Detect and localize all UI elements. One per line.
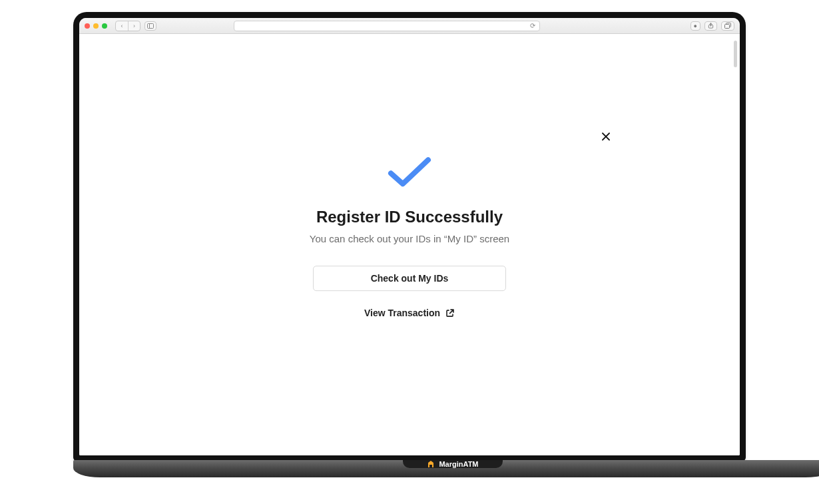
view-transaction-link[interactable]: View Transaction bbox=[364, 308, 455, 318]
privacy-shield-button[interactable]: ● bbox=[690, 21, 700, 31]
close-button[interactable] bbox=[599, 131, 613, 144]
close-window-dot[interactable] bbox=[85, 23, 90, 29]
window-traffic-lights[interactable] bbox=[85, 23, 107, 29]
close-icon bbox=[601, 132, 611, 143]
browser-chrome: ‹ › ⟳ ● bbox=[79, 18, 740, 34]
scrollbar-thumb[interactable] bbox=[734, 41, 737, 67]
maximize-window-dot[interactable] bbox=[102, 23, 107, 29]
back-button[interactable]: ‹ bbox=[116, 21, 128, 31]
share-button[interactable] bbox=[704, 21, 717, 31]
reload-icon[interactable]: ⟳ bbox=[530, 22, 535, 29]
address-bar[interactable]: ⟳ bbox=[234, 21, 540, 31]
page-viewport: Register ID Successfully You can check o… bbox=[79, 34, 740, 455]
minimize-window-dot[interactable] bbox=[93, 23, 99, 29]
forward-button[interactable]: › bbox=[128, 21, 140, 31]
tabs-button[interactable] bbox=[721, 21, 734, 31]
toolbar-right: ● bbox=[690, 21, 734, 31]
svg-rect-4 bbox=[724, 25, 729, 29]
laptop-mockup: ‹ › ⟳ ● bbox=[73, 12, 746, 480]
success-modal: Register ID Successfully You can check o… bbox=[270, 154, 549, 319]
modal-title: Register ID Successfully bbox=[270, 208, 549, 226]
brand-name: MarginATM bbox=[439, 460, 478, 468]
nav-arrows[interactable]: ‹ › bbox=[115, 21, 140, 31]
laptop-deck: MarginATM bbox=[73, 460, 819, 480]
external-link-icon bbox=[445, 308, 455, 318]
brand-logo-icon bbox=[427, 460, 435, 468]
sidebar-toggle-icon[interactable] bbox=[144, 21, 156, 31]
brand-badge: MarginATM bbox=[403, 460, 503, 468]
svg-rect-0 bbox=[148, 23, 154, 28]
screen-bezel: ‹ › ⟳ ● bbox=[73, 12, 746, 461]
view-transaction-label: View Transaction bbox=[364, 308, 440, 318]
checkmark-icon bbox=[270, 154, 549, 189]
check-out-my-ids-button[interactable]: Check out My IDs bbox=[313, 266, 506, 291]
modal-subtitle: You can check out your IDs in “My ID” sc… bbox=[270, 233, 549, 244]
screen: ‹ › ⟳ ● bbox=[79, 18, 740, 455]
